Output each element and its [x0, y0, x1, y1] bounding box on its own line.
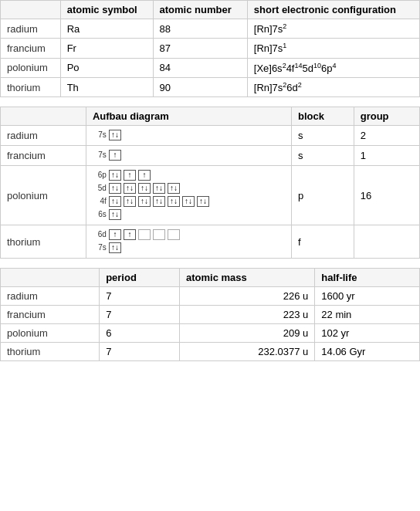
orbital-box: ↑ — [138, 170, 151, 181]
col-halflife-header: half-life — [315, 269, 420, 287]
halflife-value: 22 min — [315, 306, 420, 324]
block-value: p — [291, 166, 354, 225]
table-row: thorium 7 232.0377 u 14.06 Gyr — [1, 343, 420, 361]
col-number-header: atomic number — [153, 1, 247, 19]
table1: atomic symbol atomic number short electr… — [0, 0, 420, 97]
element-name: polonium — [1, 324, 100, 343]
element-symbol: Th — [60, 77, 153, 96]
table-row: radium 7 226 u 1600 yr — [1, 287, 420, 306]
orbital-box: ↑ — [109, 150, 121, 161]
orbital-box: ↑↓ — [109, 170, 121, 181]
col-group-header: group — [354, 107, 419, 126]
table-row: francium 7s ↑ s 1 — [1, 146, 420, 166]
col-name-header3 — [1, 269, 100, 287]
orbital-box: ↑↓ — [109, 183, 121, 194]
table2-section: Aufbau diagram block group radium 7s ↑↓ … — [0, 107, 420, 259]
table3-section: period atomic mass half-life radium 7 22… — [0, 268, 420, 361]
orbital-box: ↑↓ — [153, 196, 165, 207]
orbital-box: ↑ — [124, 170, 136, 181]
halflife-value: 1600 yr — [315, 287, 420, 306]
orbital-box: ↑ — [109, 229, 121, 240]
element-name: francium — [1, 39, 61, 58]
aufbau-thorium: 6d ↑ ↑ 7s ↑↓ — [86, 225, 291, 259]
orbital-box: ↑↓ — [138, 196, 151, 207]
orbital-box: ↑↓ — [124, 183, 136, 194]
orbital-box: ↑↓ — [182, 196, 195, 207]
element-name: thorium — [1, 225, 86, 259]
table-row: francium Fr 87 [Rn]7s1 — [1, 39, 420, 58]
col-block-header: block — [291, 107, 354, 126]
orbital-box: ↑↓ — [197, 196, 209, 207]
halflife-value: 14.06 Gyr — [315, 343, 420, 361]
mass-value: 232.0377 u — [180, 343, 315, 361]
period-value: 6 — [100, 324, 180, 343]
table3: period atomic mass half-life radium 7 22… — [0, 268, 420, 361]
element-config: [Rn]7s26d2 — [247, 77, 419, 96]
table-row: polonium 6p ↑↓ ↑ ↑ 5d ↑↓ ↑↓ ↑↓ ↑↓ ↑↓ — [1, 166, 420, 225]
mass-value: 223 u — [180, 306, 315, 324]
element-name: radium — [1, 19, 61, 39]
col-name-header — [1, 1, 61, 19]
element-number: 84 — [153, 58, 247, 77]
orbital-box-empty — [153, 229, 165, 240]
table-row: radium 7s ↑↓ s 2 — [1, 126, 420, 146]
element-config: [Xe]6s24f145d106p4 — [247, 58, 419, 77]
orbital-box: ↑↓ — [168, 183, 180, 194]
table-row: polonium 6 209 u 102 yr — [1, 324, 420, 343]
orbital-box: ↑↓ — [109, 196, 121, 207]
element-name: thorium — [1, 77, 61, 96]
table-row: thorium 6d ↑ ↑ 7s ↑↓ f — [1, 225, 420, 259]
group-value — [354, 225, 419, 259]
table-row: thorium Th 90 [Rn]7s26d2 — [1, 77, 420, 96]
group-value: 2 — [354, 126, 419, 146]
table-row: polonium Po 84 [Xe]6s24f145d106p4 — [1, 58, 420, 77]
orbital-box-empty — [138, 229, 151, 240]
orbital-box: ↑↓ — [109, 209, 121, 220]
element-config: [Rn]7s1 — [247, 39, 419, 58]
group-value: 1 — [354, 146, 419, 166]
mass-value: 226 u — [180, 287, 315, 306]
period-value: 7 — [100, 287, 180, 306]
orbital-box: ↑↓ — [109, 130, 121, 140]
orbital-box: ↑ — [124, 229, 136, 240]
block-value: s — [291, 146, 354, 166]
orbital-box: ↑↓ — [138, 183, 151, 194]
aufbau-francium: 7s ↑ — [86, 146, 291, 166]
col-name-header2 — [1, 107, 86, 126]
element-name: polonium — [1, 166, 86, 225]
element-number: 88 — [153, 19, 247, 39]
group-value: 16 — [354, 166, 419, 225]
col-symbol-header: atomic symbol — [60, 1, 153, 19]
block-value: f — [291, 225, 354, 259]
element-config: [Rn]7s2 — [247, 19, 419, 39]
table1-section: atomic symbol atomic number short electr… — [0, 0, 420, 97]
halflife-value: 102 yr — [315, 324, 420, 343]
element-name: thorium — [1, 343, 100, 361]
orbital-box-empty — [168, 229, 180, 240]
orbital-box: ↑↓ — [109, 242, 121, 253]
col-period-header: period — [100, 269, 180, 287]
period-value: 7 — [100, 306, 180, 324]
aufbau-radium: 7s ↑↓ — [86, 126, 291, 146]
element-name: francium — [1, 306, 100, 324]
table-row: radium Ra 88 [Rn]7s2 — [1, 19, 420, 39]
element-symbol: Fr — [60, 39, 153, 58]
element-name: radium — [1, 126, 86, 146]
element-name: francium — [1, 146, 86, 166]
element-number: 87 — [153, 39, 247, 58]
block-value: s — [291, 126, 354, 146]
element-symbol: Ra — [60, 19, 153, 39]
element-name: polonium — [1, 58, 61, 77]
mass-value: 209 u — [180, 324, 315, 343]
orbital-box: ↑↓ — [124, 196, 136, 207]
aufbau-polonium: 6p ↑↓ ↑ ↑ 5d ↑↓ ↑↓ ↑↓ ↑↓ ↑↓ 4f — [86, 166, 291, 225]
col-config-header: short electronic configuration — [247, 1, 419, 19]
period-value: 7 — [100, 343, 180, 361]
element-name: radium — [1, 287, 100, 306]
col-aufbau-header: Aufbau diagram — [86, 107, 291, 126]
element-symbol: Po — [60, 58, 153, 77]
element-number: 90 — [153, 77, 247, 96]
table-row: francium 7 223 u 22 min — [1, 306, 420, 324]
col-mass-header: atomic mass — [180, 269, 315, 287]
table2: Aufbau diagram block group radium 7s ↑↓ … — [0, 107, 420, 259]
